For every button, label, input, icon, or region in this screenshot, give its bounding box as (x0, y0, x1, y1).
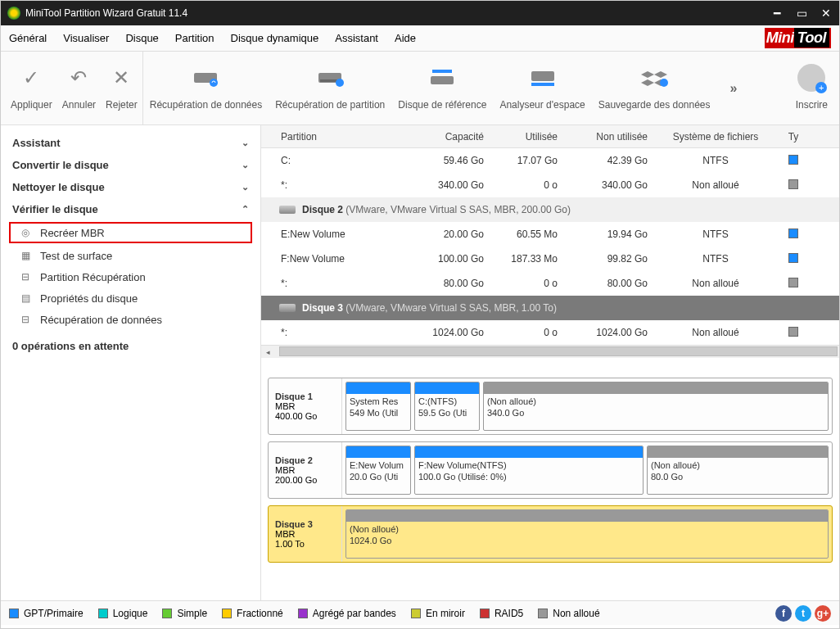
backup-button[interactable]: Sauvegarde des données (592, 56, 717, 121)
menu-help[interactable]: Aide (395, 32, 416, 44)
apply-button[interactable]: ✓ Appliquer (6, 56, 57, 121)
register-button[interactable]: Inscrire (789, 56, 834, 121)
sidebar-item-partition-recovery[interactable]: ⊟ Partition Récupération (1, 266, 260, 287)
col-unused[interactable]: Non utilisée (564, 131, 654, 143)
sidebar-cat-assistant[interactable]: Assistant⌄ (1, 132, 260, 154)
sidebar-item-surface-test[interactable]: ▦ Test de surface (1, 245, 260, 266)
disk-map-3-selected[interactable]: Disque 3 MBR 1.00 To (Non alloué)1024.0 … (268, 505, 833, 563)
col-filesystem[interactable]: Système de fichiers (654, 131, 777, 143)
col-capacity[interactable]: Capacité (409, 131, 490, 143)
target-icon: ◎ (19, 226, 32, 239)
scrollbar-thumb[interactable] (279, 346, 838, 356)
sidebar-cat-clean[interactable]: Nettoyer le disque⌄ (1, 176, 260, 198)
disk-map-partition[interactable]: C:(NTFS)59.5 Go (Uti (414, 382, 480, 431)
main-panel: Partition Capacité Utilisée Non utilisée… (261, 125, 839, 600)
undo-button[interactable]: ↶ Annuler (57, 56, 101, 121)
close-button[interactable]: ✕ (820, 7, 833, 20)
sidebar-cat-check[interactable]: Vérifier le disque⌃ (1, 198, 260, 220)
googleplus-icon[interactable]: g+ (815, 605, 831, 622)
partition-row[interactable]: *: 340.00 Go 0 o 340.00 Go Non alloué (261, 173, 839, 197)
partition-recovery-button[interactable]: Récupération de partition (269, 56, 391, 121)
partition-bar (346, 510, 828, 522)
svg-point-9 (660, 79, 668, 87)
disk-map-partition[interactable]: E:New Volum20.0 Go (Uti (345, 446, 411, 495)
disk-map-partition[interactable]: (Non alloué)340.0 Go (483, 382, 829, 431)
disk-map-label: Disque 1 MBR 400.00 Go (269, 378, 342, 434)
undo-icon: ↶ (63, 66, 94, 89)
disk-map-2[interactable]: Disque 2 MBR 200.00 Go E:New Volum20.0 G… (268, 441, 833, 499)
svg-rect-7 (531, 71, 554, 81)
legend-gpt: GPT/Primaire (9, 608, 84, 619)
menu-dynamic[interactable]: Disque dynamique (231, 32, 319, 44)
disk-map-label: Disque 3 MBR 1.00 To (269, 506, 342, 562)
menu-general[interactable]: Général (9, 32, 47, 44)
benchmark-button[interactable]: Disque de référence (391, 56, 493, 121)
type-swatch (788, 327, 798, 337)
svg-rect-5 (432, 70, 452, 73)
col-type[interactable]: Ty (777, 131, 810, 143)
type-swatch (788, 278, 798, 287)
maximize-button[interactable]: ▭ (795, 7, 808, 20)
horizontal-scrollbar[interactable]: ◂ (261, 345, 839, 358)
disk-map-partition[interactable]: (Non alloué)80.0 Go (647, 446, 829, 495)
menu-disk[interactable]: Disque (125, 32, 158, 44)
sidebar-item-rebuild-mbr[interactable]: ◎ Recréer MBR (9, 222, 252, 243)
window-title: MiniTool Partition Wizard Gratuit 11.4 (25, 7, 770, 19)
discard-button[interactable]: ✕ Rejeter (101, 56, 142, 121)
disk-map-partition[interactable]: (Non alloué)1024.0 Go (345, 509, 829, 559)
analyzer-icon (527, 66, 558, 89)
space-analyzer-button[interactable]: Analyseur d'espace (493, 56, 591, 121)
recovery-icon: ⊟ (19, 270, 32, 283)
partition-row[interactable]: *: 1024.00 Go 0 o 1024.00 Go Non alloué (261, 320, 839, 345)
menu-assistant[interactable]: Assistant (335, 32, 378, 44)
partition-row[interactable]: E:New Volume 20.00 Go 60.55 Mo 19.94 Go … (261, 222, 839, 247)
partition-row[interactable]: C: 59.46 Go 17.07 Go 42.39 Go NTFS (261, 148, 839, 173)
twitter-icon[interactable]: t (795, 605, 811, 622)
partition-row[interactable]: F:New Volume 100.00 Go 187.33 Mo 99.82 G… (261, 247, 839, 271)
disk-header-row[interactable]: Disque 2 (VMware, VMware Virtual S SAS, … (261, 197, 839, 222)
menu-partition[interactable]: Partition (175, 32, 215, 44)
app-icon (7, 7, 20, 20)
minimize-button[interactable]: ━ (770, 7, 784, 20)
menu-view[interactable]: Visualiser (63, 32, 109, 44)
col-used[interactable]: Utilisée (490, 131, 564, 143)
legend-simple: Simple (162, 608, 207, 619)
facebook-icon[interactable]: f (775, 605, 792, 622)
legend-spanned: Fractionné (222, 608, 283, 619)
menu-bar: Général Visualiser Disque Partition Disq… (1, 25, 839, 52)
grid-header: Partition Capacité Utilisée Non utilisée… (261, 125, 839, 148)
scroll-left-icon[interactable]: ◂ (261, 346, 274, 359)
pending-operations: 0 opérations en attente (1, 330, 260, 362)
benchmark-icon (427, 66, 458, 89)
col-partition[interactable]: Partition (261, 131, 409, 143)
disk-map-1[interactable]: Disque 1 MBR 400.00 Go System Res549 Mo … (268, 378, 833, 435)
status-bar: GPT/Primaire Logique Simple Fractionné A… (1, 600, 839, 625)
disk-map-partition[interactable]: F:New Volume(NTFS)100.0 Go (Utilisé: 0%) (414, 446, 644, 495)
svg-rect-6 (431, 76, 454, 84)
data-recovery-button[interactable]: Récupération de données (143, 56, 269, 121)
sidebar-item-disk-properties[interactable]: ▤ Propriétés du disque (1, 287, 260, 309)
x-icon: ✕ (106, 66, 137, 89)
svg-rect-8 (531, 83, 554, 86)
partition-row[interactable]: *: 80.00 Go 0 o 80.00 Go Non alloué (261, 271, 839, 296)
type-swatch (788, 155, 798, 165)
window-titlebar: MiniTool Partition Wizard Gratuit 11.4 ━… (1, 1, 839, 25)
legend-raid5: RAID5 (480, 608, 523, 619)
legend-unallocated: Non alloué (538, 608, 599, 619)
sidebar-item-data-recovery[interactable]: ⊟ Récupération de données (1, 309, 260, 330)
chevron-down-icon: ⌄ (242, 138, 249, 148)
type-swatch (788, 229, 798, 238)
disk-icon (279, 206, 296, 214)
chevron-down-icon: ⌄ (242, 182, 249, 192)
hdd-icon: ⊟ (19, 313, 32, 326)
disk-map-partition[interactable]: System Res549 Mo (Util (345, 382, 411, 431)
partition-bar (346, 382, 410, 394)
svg-point-4 (336, 79, 344, 87)
user-plus-icon (796, 66, 827, 89)
disk-header-row-selected[interactable]: Disque 3 (VMware, VMware Virtual S SAS, … (261, 296, 839, 320)
dropbox-icon (639, 66, 670, 89)
disk-map-area: Disque 1 MBR 400.00 Go System Res549 Mo … (261, 371, 839, 576)
toolbar-more-button[interactable]: » (730, 81, 738, 96)
sidebar-cat-convert[interactable]: Convertir le disque⌄ (1, 154, 260, 176)
partition-bar (415, 446, 643, 458)
